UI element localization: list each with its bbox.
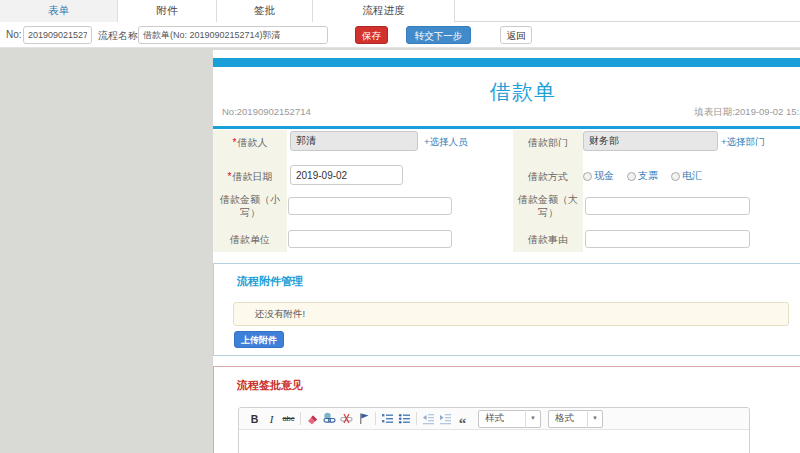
process-name-label: 流程名称: — [98, 29, 141, 43]
tab-form[interactable]: 表单 — [0, 0, 118, 22]
upload-attachment-button[interactable]: 上传附件 — [234, 331, 284, 348]
form-fill-date-text: 填表日期:2019-09-02 15:27:14 — [694, 106, 800, 119]
radio-cheque-icon[interactable] — [627, 172, 636, 181]
styles-dropdown[interactable]: 样式 ▼ — [478, 410, 541, 428]
tab-attachments[interactable]: 附件 — [118, 0, 217, 22]
department-input[interactable] — [583, 131, 718, 151]
screen: 表单 附件 签批 流程进度 No: 流程名称: 保存 转交下一步 返回 借款单 … — [0, 0, 800, 453]
content-column: 借款单 No:20190902152714 填表日期:2019-09-02 15… — [213, 50, 800, 453]
amount-lowercase-input[interactable] — [288, 197, 452, 215]
amount-lowercase-label: 借款金额（小写） — [213, 193, 287, 219]
form-title: 借款单 — [213, 78, 800, 106]
loan-date-label: *借款日期 — [213, 170, 287, 183]
editor-content-area[interactable] — [239, 430, 749, 453]
borrower-label: *借款人 — [213, 136, 287, 149]
bold-icon[interactable]: B — [246, 410, 263, 427]
toolbar-separator — [300, 412, 301, 425]
radio-cash-icon[interactable] — [583, 172, 592, 181]
loan-method-label: 借款方式 — [513, 170, 583, 183]
approval-rich-text-editor: B I abc — [238, 407, 750, 453]
toolbar-separator — [375, 412, 376, 425]
select-department-link[interactable]: +选择部门 — [721, 136, 765, 149]
italic-icon[interactable]: I — [263, 410, 280, 427]
tab-approval[interactable]: 签批 — [217, 0, 313, 22]
loan-reason-label: 借款事由 — [513, 233, 583, 246]
process-name-input[interactable] — [138, 26, 328, 44]
select-person-link[interactable]: +选择人员 — [424, 136, 468, 149]
remove-format-icon[interactable] — [304, 410, 321, 427]
tab-bar: 表单 附件 签批 流程进度 — [0, 0, 800, 22]
editor-toolbar: B I abc — [239, 408, 749, 430]
outdent-icon[interactable] — [420, 410, 437, 427]
radio-wire[interactable]: 电汇 — [671, 169, 702, 183]
form-divider — [213, 126, 800, 129]
form-header-bar — [213, 58, 800, 67]
forward-next-step-button[interactable]: 转交下一步 — [406, 26, 471, 44]
save-button[interactable]: 保存 — [355, 26, 388, 44]
styles-dropdown-label: 样式 — [479, 412, 525, 425]
no-attachment-alert: 还没有附件! — [233, 302, 789, 326]
toolbar-separator — [416, 412, 417, 425]
action-bar: No: 流程名称: 保存 转交下一步 返回 — [0, 22, 800, 48]
radio-cash[interactable]: 现金 — [583, 169, 614, 183]
loan-form-card: 借款单 No:20190902152714 填表日期:2019-09-02 15… — [213, 50, 800, 255]
amount-uppercase-input[interactable] — [585, 197, 750, 215]
required-marker: * — [233, 137, 237, 148]
anchor-flag-icon[interactable] — [355, 410, 372, 427]
loan-date-input[interactable] — [290, 165, 403, 185]
approval-panel: 流程签批意见 B I abc — [213, 366, 800, 453]
blockquote-icon[interactable]: “ — [454, 410, 471, 427]
indent-icon[interactable] — [437, 410, 454, 427]
loan-method-radio-group: 现金 支票 电汇 — [583, 169, 711, 183]
link-icon[interactable] — [321, 410, 338, 427]
no-label: No: — [6, 29, 22, 40]
unordered-list-icon[interactable] — [396, 410, 413, 427]
attachment-panel: 流程附件管理 还没有附件! 上传附件 — [213, 263, 800, 356]
format-dropdown-label: 格式 — [549, 412, 587, 425]
loan-unit-label: 借款单位 — [213, 233, 287, 246]
format-dropdown[interactable]: 格式 ▼ — [548, 410, 603, 428]
amount-uppercase-label: 借款金额（大写） — [513, 193, 583, 219]
no-input[interactable] — [23, 26, 92, 44]
attachment-heading: 流程附件管理 — [237, 274, 303, 289]
loan-unit-input[interactable] — [288, 230, 452, 248]
approval-heading: 流程签批意见 — [237, 378, 303, 393]
tab-process-progress[interactable]: 流程进度 — [313, 0, 455, 22]
chevron-down-icon: ▼ — [525, 410, 540, 428]
radio-wire-icon[interactable] — [671, 172, 680, 181]
borrower-input[interactable] — [290, 131, 418, 151]
radio-cheque[interactable]: 支票 — [627, 169, 658, 183]
loan-reason-input[interactable] — [585, 230, 750, 248]
strikethrough-icon[interactable]: abc — [280, 410, 297, 427]
ordered-list-icon[interactable] — [379, 410, 396, 427]
chevron-down-icon: ▼ — [587, 410, 602, 428]
required-marker: * — [228, 171, 232, 182]
department-label: 借款部门 — [513, 136, 583, 149]
back-button[interactable]: 返回 — [500, 26, 532, 44]
form-number-text: No:20190902152714 — [222, 106, 311, 117]
unlink-icon[interactable] — [338, 410, 355, 427]
